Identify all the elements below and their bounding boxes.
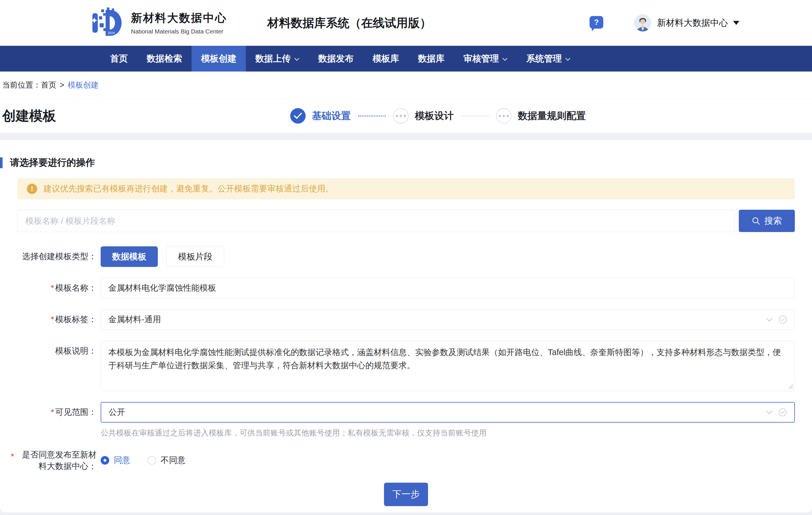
check-circle-icon	[778, 408, 787, 416]
required-mark: *	[11, 451, 14, 462]
breadcrumb: 当前位置： 首页 > 模板创建	[0, 72, 812, 99]
visibility-select[interactable]: 公开	[100, 402, 795, 423]
radio-label: 不同意	[161, 455, 185, 466]
nav-item-system-management[interactable]: 系统管理	[517, 46, 580, 72]
form-row-template-type: 选择创建模板类型： 数据模板 模板片段	[0, 246, 812, 267]
visibility-value: 公开	[109, 407, 125, 418]
step-label: 基础设置	[312, 109, 351, 123]
logo-text: 新材料大数据中心 National Materials Big Data Cen…	[131, 10, 227, 35]
user-name[interactable]: 新材料大数据中心	[657, 17, 728, 29]
form-row-template-description: 模板说明： 本模板为金属材料电化学腐蚀性能测试提供标准化的数据记录格式，涵盖材料…	[0, 341, 812, 391]
required-mark: *	[51, 283, 54, 292]
nav-item-data-search[interactable]: 数据检索	[137, 46, 192, 72]
section-header: 请选择要进行的操作	[0, 140, 812, 169]
step-connector	[461, 116, 489, 116]
search-icon	[752, 217, 760, 225]
template-name-input[interactable]	[100, 278, 795, 298]
app-header: 2024 新材料大数据中心 National Materials Big Dat…	[0, 0, 812, 46]
search-input[interactable]	[17, 210, 735, 232]
breadcrumb-separator: >	[60, 81, 64, 89]
nav-item-label: 模板库	[373, 53, 399, 65]
help-icon[interactable]: ?	[589, 16, 603, 29]
breadcrumb-prefix: 当前位置：	[2, 80, 41, 90]
radio-selected-icon[interactable]	[100, 456, 109, 465]
chevron-down-icon[interactable]	[766, 318, 773, 322]
nav-item-review-management[interactable]: 审核管理	[454, 46, 517, 72]
nav-item-data-publish[interactable]: 数据发布	[309, 46, 363, 72]
stepper: 基础设置 模板设计 数据量规则配置	[290, 108, 586, 124]
nav-item-label: 审核管理	[463, 53, 499, 65]
form-row-publish-agreement: * 是否同意发布至新材料大数据中心： 同意 不同意	[0, 449, 812, 472]
page-title: 创建模板	[2, 107, 56, 125]
section-title: 请选择要进行的操作	[10, 156, 95, 169]
field-label: 选择创建模板类型：	[0, 251, 97, 262]
nav-item-data-upload[interactable]: 数据上传	[246, 46, 309, 72]
svg-text:2024: 2024	[108, 31, 115, 35]
nav-item-label: 模板创建	[201, 53, 236, 65]
field-label-text: 可见范围：	[55, 407, 97, 416]
nav-item-label: 系统管理	[526, 53, 562, 65]
notice-text: 建议优先搜索已有模板再进行创建，避免重复。公开模板需要审核通过后使用。	[44, 183, 334, 194]
field-label-text: 模板说明：	[55, 346, 97, 355]
field-label-text: 模板标签：	[55, 315, 97, 324]
form-row-template-tag: *模板标签： 金属材料-通用	[0, 309, 812, 330]
template-search-bar: 搜索	[17, 210, 795, 232]
avatar[interactable]	[634, 14, 651, 31]
main-nav: 首页 数据检索 模板创建 数据上传 数据发布 模板库 数据库 审核管理 系统管理	[0, 46, 812, 72]
chevron-down-icon[interactable]	[766, 410, 773, 414]
step-check-icon	[290, 108, 306, 124]
radio-disagree[interactable]: 不同意	[148, 455, 185, 466]
nav-item-label: 数据发布	[318, 53, 354, 65]
system-title: 材料数据库系统（在线试用版）	[267, 15, 431, 31]
breadcrumb-home-link[interactable]: 首页	[41, 80, 56, 90]
type-option-data-template[interactable]: 数据模板	[100, 246, 158, 267]
section-accent-bar	[0, 157, 3, 168]
step-pending-icon	[496, 108, 512, 124]
caret-down-icon[interactable]	[733, 21, 740, 25]
field-label-text: 模板名称：	[55, 283, 97, 292]
nav-item-template-create[interactable]: 模板创建	[192, 46, 246, 72]
nav-item-label: 数据检索	[147, 53, 182, 65]
field-label: *模板标签：	[0, 314, 97, 325]
template-description-textarea[interactable]: 本模板为金属材料电化学腐蚀性能测试提供标准化的数据记录格式，涵盖材料信息、实验参…	[100, 341, 795, 391]
chevron-down-icon	[502, 58, 508, 61]
chevron-down-icon	[565, 58, 571, 61]
type-option-template-fragment[interactable]: 模板片段	[166, 246, 224, 267]
content-card: 请选择要进行的操作 ! 建议优先搜索已有模板再进行创建，避免重复。公开模板需要审…	[0, 140, 812, 512]
radio-label: 同意	[114, 455, 130, 466]
step-basic-settings: 基础设置	[290, 108, 351, 124]
page-title-row: 创建模板 基础设置 模板设计 数据量规则配置	[0, 99, 812, 133]
nav-item-database[interactable]: 数据库	[409, 46, 454, 72]
user-menu[interactable]: 新材料大数据中心	[634, 14, 740, 31]
logo-subtitle: National Materials Big Data Center	[131, 28, 227, 35]
field-label: *可见范围：	[0, 402, 97, 418]
step-connector	[358, 116, 386, 116]
step-data-rules: 数据量规则配置	[496, 108, 586, 124]
field-label: 模板说明：	[0, 341, 97, 357]
search-button-label: 搜索	[764, 215, 782, 227]
step-label: 数据量规则配置	[518, 109, 586, 123]
search-button[interactable]: 搜索	[739, 210, 795, 232]
template-form: 选择创建模板类型： 数据模板 模板片段 *模板名称： *模板标签： 金属材料-通…	[0, 246, 812, 506]
template-tag-value: 金属材料-通用	[108, 314, 161, 325]
radio-unselected-icon[interactable]	[148, 456, 156, 465]
required-mark: *	[51, 315, 54, 324]
chevron-down-icon	[294, 58, 299, 61]
field-label: * 是否同意发布至新材料大数据中心：	[0, 449, 97, 472]
step-label: 模板设计	[415, 109, 454, 123]
nav-item-template-library[interactable]: 模板库	[363, 46, 409, 72]
template-tag-select[interactable]: 金属材料-通用	[100, 309, 795, 330]
nav-item-label: 数据库	[418, 53, 444, 65]
nav-item-label: 首页	[110, 53, 128, 65]
form-row-template-name: *模板名称：	[0, 278, 812, 298]
radio-agree[interactable]: 同意	[100, 455, 130, 466]
field-label-text: 是否同意发布至新材料大数据中心：	[20, 449, 97, 472]
publish-radio-group: 同意 不同意	[100, 455, 795, 466]
nav-item-home[interactable]: 首页	[100, 46, 137, 72]
logo: 2024 新材料大数据中心 National Materials Big Dat…	[91, 7, 227, 38]
breadcrumb-current-link[interactable]: 模板创建	[68, 80, 99, 90]
step-pending-icon	[393, 108, 409, 124]
next-step-button[interactable]: 下一步	[384, 483, 428, 506]
nav-item-label: 数据上传	[255, 53, 291, 65]
template-type-options: 数据模板 模板片段	[100, 246, 795, 267]
